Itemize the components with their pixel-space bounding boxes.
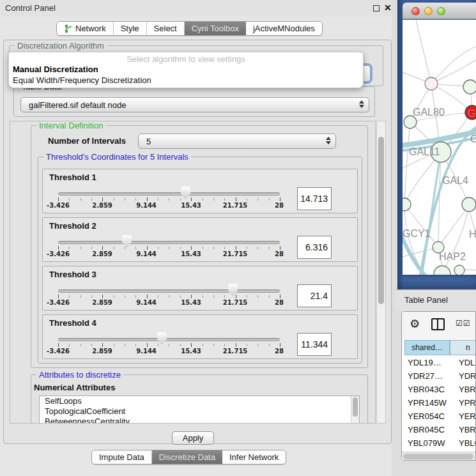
cell: YBR045C (408, 425, 445, 434)
scale-label: -3.426 (47, 202, 70, 209)
panel-title: Control Panel (5, 3, 56, 13)
cell: YDR27… (408, 371, 443, 381)
discretization-algorithm-title: Discretization Algorithm (15, 41, 107, 50)
column-header-name[interactable]: n (450, 340, 476, 355)
node-gcy1[interactable] (403, 198, 411, 211)
node-top-right[interactable] (463, 80, 476, 94)
node-label-hap2: HAP2 (439, 251, 466, 262)
scale-label: -3.426 (47, 250, 70, 257)
numerical-attributes-label: Numerical Attributes (34, 383, 115, 392)
threshold-1-slider-track[interactable] (58, 192, 280, 196)
network-icon (64, 24, 72, 33)
table-row[interactable]: YDR27…YDR2 (402, 370, 475, 383)
node-gal11[interactable] (404, 116, 417, 128)
thresholds-group: Threshold's Coordinates for 5 Intervals … (38, 157, 362, 364)
table-row[interactable]: YPR145WYPR1 (402, 397, 475, 410)
threshold-2-box: Threshold 2 -3.4262.8599.14415.4321.7152… (42, 217, 358, 262)
threshold-4-slider-track[interactable] (58, 338, 280, 341)
zoom-window-icon[interactable] (437, 7, 445, 15)
node-bottom-2[interactable] (434, 266, 450, 275)
cell: YER054C (408, 411, 445, 421)
panel-scrollbar[interactable] (376, 121, 386, 424)
table-data-combobox[interactable]: galFiltered.sif default node (20, 97, 369, 112)
list-item[interactable]: BetweennessCentrality (40, 417, 359, 424)
number-of-intervals-combobox[interactable]: 5 (138, 134, 336, 149)
list-scrollbar-thumb[interactable] (353, 397, 358, 417)
scale-label: 28 (275, 299, 284, 306)
tab-infer-network[interactable]: Infer Network (222, 450, 286, 464)
tab-impute-data[interactable]: Impute Data (92, 450, 152, 464)
option-manual-discretization[interactable]: Manual Discretization (13, 65, 98, 74)
cyni-toolbox-panel: Discretization Algorithm Select algorith… (3, 40, 392, 444)
scale-label: 21.715 (223, 250, 248, 257)
threshold-4-value-field[interactable]: 11.344 (297, 333, 332, 356)
option-equal-width-frequency[interactable]: Equal Width/Frequency Discretization (13, 75, 151, 85)
control-panel: Control Panel ✕ Network Style Select Cyn… (0, 0, 395, 476)
scale-label: -3.426 (47, 348, 70, 355)
node-h[interactable] (462, 197, 476, 211)
table-row[interactable]: YBR045CYBR0 (402, 424, 475, 437)
close-icon[interactable]: ✕ (384, 3, 392, 13)
table-hscroll-thumb[interactable] (403, 454, 473, 459)
cell: YPR1 (459, 398, 475, 408)
threshold-2-slider-track[interactable] (58, 241, 280, 244)
threshold-1-value-field[interactable]: 14.713 (297, 187, 332, 210)
minimize-window-icon[interactable] (424, 7, 433, 15)
scale-label: 21.715 (223, 299, 248, 306)
table-row[interactable]: YDL19…YDL1 (402, 357, 475, 370)
node-bottom[interactable] (454, 265, 464, 275)
threshold-2-label: Threshold 2 (49, 221, 96, 231)
tab-jactivemnodules[interactable]: jActiveMNodules (246, 22, 322, 35)
scale-label: 15.43 (181, 348, 201, 355)
node-label-cut-c: C (470, 134, 476, 144)
table-rows: YDL19…YDL1 YDR27…YDR2 YBR043CYBR0 YPR145… (402, 357, 475, 452)
network-window: GAL80 G C GAL11 GAL4 GCY1 H HAP2 (403, 3, 476, 275)
float-panel-icon[interactable] (373, 5, 380, 12)
tab-style[interactable]: Style (114, 22, 147, 35)
number-of-intervals-value: 5 (146, 137, 151, 146)
list-scrollbar[interactable] (351, 396, 359, 424)
table-panel-title: Table Panel (404, 295, 448, 305)
column-header-shared-name[interactable]: shared… (404, 340, 450, 355)
slider-ticks (58, 295, 280, 298)
threshold-3-slider-track[interactable] (58, 289, 280, 293)
tab-discretize-data[interactable]: Discretize Data (152, 450, 222, 464)
node-label-cut-g: G (468, 108, 475, 119)
list-item[interactable]: SelfLoops (40, 396, 359, 406)
table-row[interactable]: YBR043CYBR0 (402, 383, 475, 397)
threshold-3-value-field[interactable]: 21.4 (297, 284, 332, 307)
columns-layout-icon[interactable] (431, 318, 445, 330)
node-label-gal4: GAL4 (442, 175, 468, 186)
control-panel-tabs: Network Style Select Cyni Toolbox jActiv… (56, 21, 323, 36)
tab-select[interactable]: Select (147, 22, 185, 35)
tab-network[interactable]: Network (57, 22, 114, 35)
select-columns-icon[interactable]: ☑☑ (456, 319, 471, 328)
gear-icon[interactable]: ⚙ (410, 317, 420, 331)
apply-button[interactable]: Apply (172, 431, 214, 445)
combo-arrows-icon (326, 137, 331, 144)
scale-label: 21.715 (223, 202, 248, 209)
tab-cyni-toolbox[interactable]: Cyni Toolbox (185, 22, 246, 35)
table-row[interactable]: YER054CYER0 (402, 410, 475, 424)
cell: YBR0 (459, 385, 475, 394)
table-row[interactable]: YBL079WYBL0 (402, 437, 475, 450)
panel-scrollbar-thumb[interactable] (378, 137, 384, 304)
cell: YDL1 (459, 358, 475, 367)
tab-style-label: Style (121, 24, 139, 33)
tab-infer-label: Infer Network (229, 452, 279, 462)
table-panel-window: ⚙ ☑☑ shared… n YDL19…YDL1 YDR27…YDR2 YBR… (401, 311, 476, 461)
node-gal80[interactable] (425, 77, 438, 90)
node-label-cut-h: H (469, 229, 476, 240)
list-item[interactable]: TopologicalCoefficient (40, 406, 359, 417)
tab-jactive-label: jActiveMNodules (253, 24, 315, 33)
close-window-icon[interactable] (411, 7, 420, 15)
number-of-intervals-label: Number of Intervals (48, 136, 126, 146)
threshold-3-box: Threshold 3 -3.4262.8599.14415.4321.7152… (42, 266, 358, 311)
scale-label: 21.715 (223, 348, 248, 355)
algorithm-placeholder: Select algorithm to view settings (9, 54, 363, 64)
threshold-2-value-field[interactable]: 6.316 (297, 236, 332, 259)
cyni-bottom-tabs: Impute Data Discretize Data Infer Networ… (91, 450, 286, 464)
scale-label: 15.43 (181, 299, 201, 306)
table-horizontal-scrollbar[interactable] (402, 452, 475, 461)
scale-label: 9.144 (136, 250, 157, 257)
